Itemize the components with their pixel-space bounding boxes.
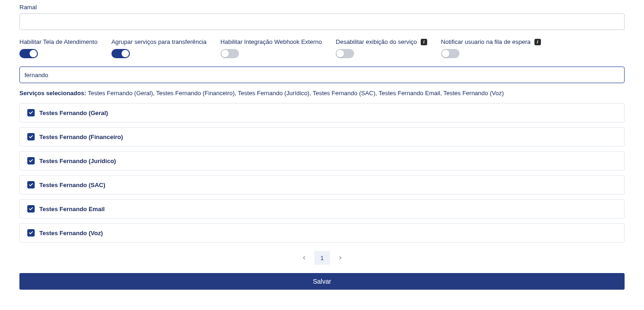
service-name: Testes Fernando (Geral) [39,109,108,116]
toggle-label-row: Desabilitar exibição do serviçoi [336,38,427,45]
toggle-knob [122,50,129,57]
ramal-input[interactable] [19,13,625,30]
toggle-label: Agrupar serviços para transferência [111,38,207,45]
chevron-right-icon [337,255,343,261]
service-item[interactable]: Testes Fernando (Voz) [19,223,625,243]
toggle-label: Notificar usuario na fila de espera [441,38,531,45]
toggle-label: Habilitar Tela de Atendimento [19,38,98,45]
ramal-label: Ramal [19,4,625,11]
toggle-knob [221,50,229,57]
toggle-group: Desabilitar exibição do serviçoi [336,38,427,58]
toggle-knob [30,50,37,57]
toggle-group: Habilitar Integração Webhook Externo [221,38,322,58]
toggle-knob [442,50,449,57]
toggle-label-row: Agrupar serviços para transferência [111,38,207,45]
check-icon [29,207,33,211]
toggle-label-row: Notificar usuario na fila de esperai [441,38,541,45]
service-checkbox[interactable] [27,205,35,213]
check-icon [29,182,33,187]
service-checkbox[interactable] [27,157,35,164]
toggle-knob [337,50,344,57]
service-checkbox[interactable] [27,229,35,237]
save-button[interactable]: Salvar [19,273,625,290]
service-item[interactable]: Testes Fernando (Financeiro) [19,127,625,146]
pagination-next-button[interactable] [335,252,346,263]
service-item[interactable]: Testes Fernando (Geral) [19,103,625,122]
form-page: Ramal Habilitar Tela de AtendimentoAgrup… [0,0,644,299]
check-icon [29,158,33,163]
selected-services-value: Testes Fernando (Geral), Testes Fernando… [88,90,504,97]
toggle-label: Desabilitar exibição do serviço [336,38,417,45]
service-list: Testes Fernando (Geral)Testes Fernando (… [19,103,625,243]
selected-services-label: Serviços selecionados: [19,90,86,97]
pagination-prev-button[interactable] [299,252,310,263]
check-icon [29,110,33,115]
check-icon [29,231,33,235]
toggle-switch[interactable] [336,49,354,58]
service-checkbox[interactable] [27,109,35,116]
selected-services-summary: Serviços selecionados: Testes Fernando (… [19,90,625,97]
toggle-group: Notificar usuario na fila de esperai [441,38,541,58]
info-icon[interactable]: i [421,39,427,45]
service-checkbox[interactable] [27,181,35,188]
service-search-input[interactable] [19,67,625,83]
toggle-group: Agrupar serviços para transferência [111,38,207,58]
service-item[interactable]: Testes Fernando (SAC) [19,175,625,195]
service-item[interactable]: Testes Fernando Email [19,199,625,219]
toggle-switch[interactable] [19,49,38,58]
service-name: Testes Fernando (Voz) [39,230,103,237]
toggles-row: Habilitar Tela de AtendimentoAgrupar ser… [19,38,625,58]
info-icon[interactable]: i [534,39,541,45]
toggle-label-row: Habilitar Tela de Atendimento [19,38,98,45]
toggle-label-row: Habilitar Integração Webhook Externo [221,38,322,45]
pagination: 1 [19,251,625,265]
check-icon [29,134,33,139]
chevron-left-icon [301,255,307,261]
toggle-switch[interactable] [111,49,130,58]
pagination-page-current[interactable]: 1 [314,251,330,265]
toggle-label: Habilitar Integração Webhook Externo [221,38,322,45]
service-name: Testes Fernando (Jurídico) [39,158,116,164]
service-item[interactable]: Testes Fernando (Jurídico) [19,151,625,170]
service-checkbox[interactable] [27,133,35,140]
toggle-group: Habilitar Tela de Atendimento [19,38,98,58]
service-name: Testes Fernando (Financeiro) [39,134,123,140]
toggle-switch[interactable] [441,49,460,58]
toggle-switch[interactable] [221,49,239,58]
service-name: Testes Fernando (SAC) [39,182,105,188]
service-name: Testes Fernando Email [39,206,104,213]
